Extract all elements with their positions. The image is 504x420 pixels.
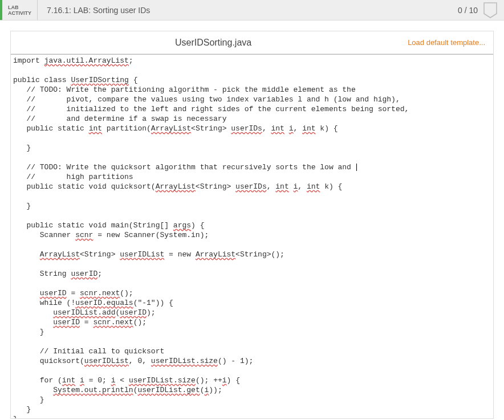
code-editor[interactable]: import java.util.ArrayList; public class… [11, 55, 493, 418]
lab-label-line2: ACTIVITY [8, 10, 31, 16]
lab-activity-label: LAB ACTIVITY [2, 0, 38, 20]
score-badge-icon [482, 1, 498, 19]
lab-header: LAB ACTIVITY 7.16.1: LAB: Sorting user I… [0, 0, 504, 21]
editor-filename: UserIDSorting.java [19, 38, 408, 48]
text-cursor [356, 164, 357, 171]
code-area: import java.util.ArrayList; public class… [11, 54, 493, 418]
lab-label-line1: LAB [8, 5, 31, 10]
lab-score: 0 / 10 [458, 6, 482, 15]
editor-header: UserIDSorting.java Load default template… [11, 31, 493, 54]
load-default-template-link[interactable]: Load default template... [408, 38, 485, 47]
editor-panel: UserIDSorting.java Load default template… [10, 31, 494, 419]
lab-title: 7.16.1: LAB: Sorting user IDs [38, 6, 458, 15]
